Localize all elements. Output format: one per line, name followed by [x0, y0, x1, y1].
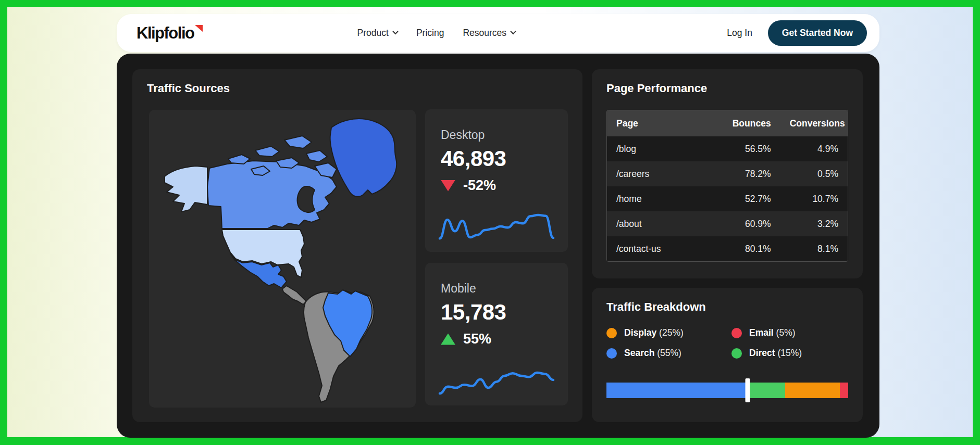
desktop-stat-card: Desktop 46,893 -52%: [425, 109, 568, 252]
traffic-breakdown-legend: Display (25%)Email (5%)Search (55%)Direc…: [606, 327, 802, 359]
mobile-sparkline-chart: [438, 363, 555, 397]
table-cell: 78.2%: [713, 161, 780, 186]
traffic-sources-panel: Traffic Sources: [132, 69, 582, 422]
bar-segment-direct: [748, 383, 785, 398]
stat-delta: -52%: [441, 177, 552, 194]
page-performance-table-body: /blog56.5%4.9%/careers78.2%0.5%/home52.7…: [607, 136, 848, 261]
bar-segment-search: [606, 383, 748, 398]
stat-label: Desktop: [441, 128, 552, 142]
column-header-conversions: Conversions: [780, 110, 848, 136]
stat-label: Mobile: [441, 282, 552, 296]
bar-segment-email: [840, 383, 848, 398]
stat-value: 46,893: [441, 146, 552, 171]
nav-item-product[interactable]: Product: [357, 28, 398, 39]
traffic-sources-title: Traffic Sources: [147, 82, 230, 95]
chevron-down-icon: [510, 29, 516, 34]
trend-down-triangle-icon: [441, 180, 455, 192]
page-performance-panel: Page Performance Page Bounces Conversion…: [592, 69, 863, 278]
table-row: /blog56.5%4.9%: [607, 136, 848, 161]
table-row: /home52.7%10.7%: [607, 186, 848, 211]
table-cell: /careers: [607, 161, 713, 186]
legend-item-email: Email (5%): [731, 327, 802, 338]
table-row: /contact-us80.1%8.1%: [607, 236, 848, 261]
legend-percent: (25%): [656, 327, 684, 338]
legend-label: Email: [749, 327, 774, 338]
table-header-row: Page Bounces Conversions: [607, 110, 848, 136]
legend-percent: (5%): [774, 327, 796, 338]
traffic-breakdown-stacked-bar: [606, 383, 848, 398]
legend-percent: (15%): [775, 348, 802, 358]
dashboard-hero: Traffic Sources: [117, 54, 879, 438]
top-navigation-bar: Klipfolio Product Pricing Resources Log …: [117, 14, 879, 52]
legend-text: Email (5%): [749, 327, 796, 338]
stacked-bar-marker-handle[interactable]: [746, 378, 750, 402]
get-started-button[interactable]: Get Started Now: [768, 20, 867, 46]
table-row: /careers78.2%0.5%: [607, 161, 848, 186]
logo-triangle-icon: [194, 25, 203, 32]
desktop-sparkline-chart: [438, 209, 555, 244]
legend-label: Direct: [749, 348, 775, 358]
legend-label: Display: [624, 327, 656, 338]
bar-segment-display: [785, 383, 840, 398]
klipfolio-logo[interactable]: Klipfolio: [137, 24, 203, 43]
nav-item-label: Product: [357, 28, 389, 39]
logo-text: Klipfolio: [137, 24, 194, 43]
nav-item-label: Resources: [463, 28, 506, 39]
table-cell: 4.9%: [780, 136, 848, 161]
legend-dot-icon: [731, 348, 742, 359]
legend-item-direct: Direct (15%): [731, 348, 802, 359]
legend-item-search: Search (55%): [606, 348, 731, 359]
legend-text: Direct (15%): [749, 348, 802, 359]
topbar-right-group: Log In Get Started Now: [727, 20, 867, 46]
trend-up-triangle-icon: [441, 334, 455, 345]
page-performance-table: Page Bounces Conversions /blog56.5%4.9%/…: [606, 110, 848, 262]
main-nav: Product Pricing Resources: [357, 28, 515, 39]
table-cell: /home: [607, 186, 713, 211]
table-cell: /contact-us: [607, 236, 713, 261]
table-cell: 8.1%: [780, 236, 848, 261]
stat-delta-value: 55%: [463, 331, 491, 347]
legend-dot-icon: [606, 328, 617, 338]
chevron-down-icon: [392, 29, 398, 34]
table-cell: 10.7%: [780, 186, 848, 211]
table-cell: 60.9%: [713, 211, 780, 236]
table-cell: /about: [607, 211, 713, 236]
page-performance-title: Page Performance: [606, 82, 707, 95]
legend-item-display: Display (25%): [606, 327, 731, 338]
table-cell: 52.7%: [713, 186, 780, 211]
americas-map[interactable]: [149, 110, 416, 408]
log-in-link[interactable]: Log In: [727, 28, 752, 39]
stat-delta: 55%: [441, 331, 552, 347]
mobile-stat-card: Mobile 15,783 55%: [425, 263, 568, 405]
nav-item-label: Pricing: [416, 28, 444, 39]
legend-text: Display (25%): [624, 327, 684, 338]
table-cell: 0.5%: [780, 161, 848, 186]
table-cell: 56.5%: [713, 136, 780, 161]
legend-dot-icon: [606, 348, 617, 359]
column-header-bounces: Bounces: [713, 110, 780, 136]
americas-map-card: [149, 110, 416, 408]
legend-text: Search (55%): [624, 348, 681, 359]
stat-value: 15,783: [441, 300, 552, 325]
stat-delta-value: -52%: [463, 177, 496, 194]
traffic-breakdown-panel: Traffic Breakdown Display (25%)Email (5%…: [592, 288, 863, 422]
table-cell: /blog: [607, 136, 713, 161]
nav-item-pricing[interactable]: Pricing: [416, 28, 444, 39]
traffic-breakdown-title: Traffic Breakdown: [606, 300, 706, 314]
table-row: /about60.9%3.2%: [607, 211, 848, 236]
table-cell: 3.2%: [780, 211, 848, 236]
page-background: Klipfolio Product Pricing Resources Log …: [7, 7, 973, 437]
legend-dot-icon: [731, 328, 742, 338]
column-header-page: Page: [607, 110, 713, 136]
klipfolio-landing-page: { "colors": { "frame_green": "#12cb2d", …: [0, 0, 980, 445]
table-cell: 80.1%: [713, 236, 780, 261]
legend-percent: (55%): [654, 348, 681, 358]
nav-item-resources[interactable]: Resources: [463, 28, 515, 39]
legend-label: Search: [624, 348, 654, 358]
